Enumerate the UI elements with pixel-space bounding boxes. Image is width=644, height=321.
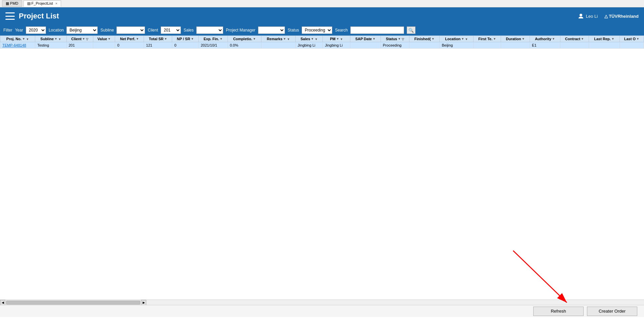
cell-location: Beijing	[440, 42, 474, 49]
scroll-right-arrow[interactable]: ▶	[141, 300, 146, 305]
col-net-perf[interactable]: Net Perf.▼	[115, 36, 144, 42]
col-remarks[interactable]: Remarks▼ ▼	[261, 36, 296, 42]
col-authority[interactable]: Authority▼	[530, 36, 560, 42]
status-select[interactable]: Proceeding All Finished Cancelled	[302, 26, 332, 34]
header-right: Leo Li △ TÜVRheinland	[578, 13, 639, 19]
table-container[interactable]: Proj. No.▼ ▼ Subline▼ ▼ Client▼ ▽ Value▼…	[0, 36, 644, 300]
user-name: Leo Li	[586, 14, 598, 19]
create-order-button[interactable]: Creater Order	[587, 307, 637, 316]
cell-first-te	[474, 42, 501, 49]
col-status[interactable]: Status▼ ▽	[381, 36, 409, 42]
tab-pmd[interactable]: ▦ PMD	[2, 0, 22, 7]
table-row[interactable]: TEMP-648148 Testing 201 0 121 0 2021/10/…	[0, 42, 644, 49]
cell-proj-no[interactable]: TEMP-648148	[0, 42, 35, 49]
cell-net-perf: 0	[115, 42, 144, 49]
cell-last-o	[620, 42, 644, 49]
project-manager-select[interactable]	[258, 26, 285, 34]
horizontal-scrollbar[interactable]: ◀ ▶	[0, 300, 644, 305]
subline-label: Subline	[100, 28, 114, 33]
col-location[interactable]: Location▼ ▼	[440, 36, 474, 42]
location-select[interactable]: Beijing Shanghai Guangzhou	[66, 26, 98, 34]
col-contract[interactable]: Contract▼	[560, 36, 589, 42]
cell-remarks	[261, 42, 296, 49]
svg-point-0	[580, 14, 582, 16]
user-area: Leo Li	[578, 13, 598, 19]
col-exp-fin[interactable]: Exp. Fin.▼	[199, 36, 228, 42]
page-title: Project List	[19, 12, 59, 20]
tuv-logo: △ TÜVRheinland	[604, 14, 639, 19]
header-bar: Project List Leo Li △ TÜVRheinland	[0, 7, 644, 25]
table-header-row: Proj. No.▼ ▼ Subline▼ ▼ Client▼ ▽ Value▼…	[0, 36, 644, 42]
scroll-left-arrow[interactable]: ◀	[0, 300, 5, 305]
col-proj-no[interactable]: Proj. No.▼ ▼	[0, 36, 35, 42]
tuv-triangle: △	[604, 14, 608, 19]
client-select[interactable]: 201 202	[161, 26, 181, 34]
sales-select[interactable]	[196, 26, 223, 34]
close-tab-icon[interactable]: ×	[55, 1, 57, 5]
project-manager-label: Project Manager	[226, 28, 255, 33]
user-icon	[578, 13, 584, 19]
pmd-icon: ▦	[6, 1, 9, 5]
cell-status: Proceeding	[381, 42, 409, 49]
sales-label: Sales	[184, 28, 194, 33]
cell-sales: Jingbing Li	[295, 42, 323, 49]
cell-finished	[409, 42, 440, 49]
col-pm[interactable]: PM▼ ▼	[323, 36, 350, 42]
cell-subline: Testing	[35, 42, 66, 49]
col-last-o[interactable]: Last O▼	[620, 36, 644, 42]
header-left: Project List	[5, 12, 59, 20]
scroll-thumb[interactable]	[6, 301, 140, 305]
cell-authority: E1	[530, 42, 560, 49]
col-subline[interactable]: Subline▼ ▼	[35, 36, 66, 42]
cell-pm: Jingbing Li	[323, 42, 350, 49]
col-finished[interactable]: Finished(▼	[409, 36, 440, 42]
search-label: Search	[335, 28, 348, 33]
location-label: Location	[49, 28, 64, 33]
cell-sap-date	[350, 42, 381, 49]
col-value[interactable]: Value▼	[93, 36, 115, 42]
bottom-bar: Refresh Creater Order	[0, 305, 644, 317]
cell-last-rep	[589, 42, 620, 49]
cell-total-sr: 121	[144, 42, 172, 49]
status-label: Status	[288, 28, 299, 33]
col-duration[interactable]: Duration▼	[501, 36, 530, 42]
cell-completion: 0.0%	[228, 42, 261, 49]
year-select[interactable]: 2020 2019 2021 2022	[26, 26, 46, 34]
refresh-button[interactable]: Refresh	[533, 307, 584, 316]
cell-contract	[560, 42, 589, 49]
filter-label: Filter	[3, 28, 12, 33]
client-label: Client	[148, 28, 158, 33]
col-last-rep[interactable]: Last Rep.▼	[589, 36, 620, 42]
cell-np-sr: 0	[172, 42, 199, 49]
col-sales[interactable]: Sales▼ ▼	[295, 36, 323, 42]
cell-value	[93, 42, 115, 49]
search-input[interactable]	[350, 26, 404, 34]
cell-duration	[501, 42, 530, 49]
col-first-te[interactable]: First Te.▼	[474, 36, 501, 42]
search-button[interactable]: 🔍	[407, 26, 415, 34]
tuv-text: TÜVRheinland	[609, 14, 639, 19]
col-total-sr[interactable]: Total SR▼	[144, 36, 172, 42]
col-completion[interactable]: Completio.▼	[228, 36, 261, 42]
cell-client: 201	[66, 42, 93, 49]
title-bar: ▦ PMD ▤ F_ProjectList ×	[0, 0, 644, 7]
title-tabs: ▦ PMD ▤ F_ProjectList ×	[2, 0, 61, 7]
col-np-sr[interactable]: NP / SR▼	[172, 36, 199, 42]
col-sap-date[interactable]: SAP Date▼	[350, 36, 381, 42]
col-client[interactable]: Client▼ ▽	[66, 36, 93, 42]
subline-select[interactable]: Testing Inspection	[116, 26, 145, 34]
project-table: Proj. No.▼ ▼ Subline▼ ▼ Client▼ ▽ Value▼…	[0, 36, 644, 49]
table-icon: ▤	[27, 1, 31, 5]
cell-exp-fin: 2021/10/1	[199, 42, 228, 49]
menu-icon[interactable]	[5, 12, 15, 20]
tab-f-projectlist[interactable]: ▤ F_ProjectList ×	[23, 0, 61, 7]
year-label: Year	[15, 28, 23, 33]
filter-bar: Filter Year 2020 2019 2021 2022 Location…	[0, 25, 644, 36]
